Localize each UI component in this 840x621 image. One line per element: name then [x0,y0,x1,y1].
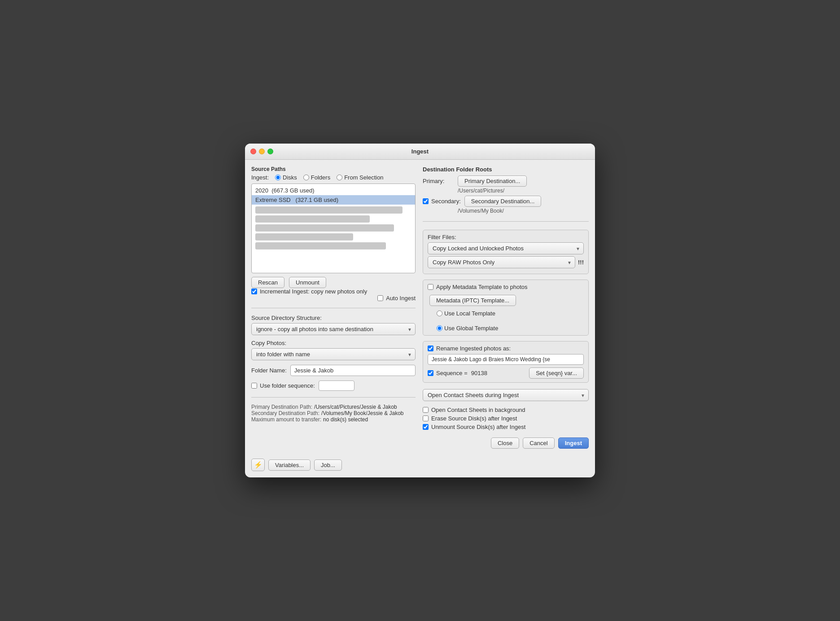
copy-photos-dropdown-container: into folder with name ▼ [251,348,416,360]
variables-button[interactable]: Variables... [268,459,311,471]
filter-dropdown-2-container: Copy RAW Photos Only ▼ [428,256,575,268]
rename-checkbox[interactable] [428,345,433,351]
right-panel: Destination Folder Roots Primary: Primar… [423,166,589,449]
filter-dropdown-row-2: Copy RAW Photos Only ▼ !!! [428,256,584,268]
ingest-window: Ingest Source Paths Ingest: Disks [245,144,595,477]
open-background-checkbox[interactable] [423,407,429,413]
sequence-checkbox-label[interactable]: Sequence = [428,370,468,376]
template-radio-group: Use Local Template Use Global Template [437,310,584,332]
ingest-label: Ingest: [251,174,269,181]
filter-dropdown-1-container: Copy Locked and Unlocked Photos ▼ [428,242,584,254]
source-dir-section: Source Directory Structure: ignore - cop… [251,315,416,335]
radio-global-template[interactable] [437,325,442,331]
contact-sheets-section: Open Contact Sheets during Ingest ▼ [423,389,589,401]
use-folder-sequence-label[interactable]: Use folder sequence: [251,382,315,389]
close-button[interactable]: Close [491,437,519,449]
cancel-button[interactable]: Cancel [523,437,554,449]
destination-roots-label: Destination Folder Roots [423,166,589,173]
radio-local-template[interactable] [437,310,442,316]
filter-dropdown-2[interactable]: Copy RAW Photos Only [428,256,575,268]
disk-bar-3 [255,206,402,214]
metadata-template-button[interactable]: Metadata (IPTC) Template... [429,295,516,306]
radio-disks[interactable] [275,175,281,180]
destination-primary-row: Primary: Primary Destination... /Users/c… [423,175,589,194]
incremental-ingest-row[interactable]: Incremental Ingest: copy new photos only [251,288,416,295]
ingest-button[interactable]: Ingest [558,437,589,449]
global-template-label[interactable]: Use Global Template [437,325,584,332]
primary-dest-label: Primary: [423,178,454,184]
metadata-button-row: Metadata (IPTC) Template... [429,295,584,306]
primary-destination-button[interactable]: Primary Destination... [458,175,527,187]
rescan-button[interactable]: Rescan [251,277,284,288]
folder-sequence-input[interactable] [319,380,354,391]
disk-bar-4 [255,215,370,223]
disk-bar-6 [255,233,353,241]
apply-metadata-checkbox[interactable] [428,284,433,290]
disk-buttons: Rescan Unmount [251,277,416,288]
erase-source-label[interactable]: Erase Source Disk(s) after Ingest [423,415,589,422]
source-dir-dropdown-container: ignore - copy all photos into same desti… [251,323,416,335]
lightning-button[interactable]: ⚡ [251,459,265,471]
use-folder-sequence-checkbox[interactable] [251,383,257,389]
rename-input[interactable] [428,354,584,365]
titlebar: Ingest [245,144,595,160]
contact-sheets-dropdown[interactable]: Open Contact Sheets during Ingest [423,389,589,401]
minimize-button[interactable] [259,149,265,154]
secondary-dest-checkbox-label[interactable]: Secondary: [423,198,461,205]
secondary-dest-checkbox[interactable] [423,198,429,204]
filter-dropdown-row-1: Copy Locked and Unlocked Photos ▼ [428,242,584,254]
filter-dropdown-1[interactable]: Copy Locked and Unlocked Photos [428,242,584,254]
main-content: Source Paths Ingest: Disks Folders [245,160,595,455]
radio-folders-label[interactable]: Folders [303,174,330,181]
divider-1 [251,308,416,308]
folder-name-input[interactable] [290,365,416,376]
unmount-source-label[interactable]: Unmount Source Disk(s) after Ingest [423,424,589,430]
set-seqn-button[interactable]: Set {seqn} var... [529,367,584,379]
disk-bar-7 [255,242,386,249]
unmount-source-checkbox[interactable] [423,424,429,430]
auto-ingest-checkbox[interactable] [377,295,383,301]
radio-disks-label[interactable]: Disks [275,174,297,181]
disk-list[interactable]: 2020 (667.3 GB used) Extreme SSD (327.1 … [251,184,416,273]
incremental-ingest-checkbox[interactable] [251,289,257,294]
unmount-button[interactable]: Unmount [289,277,326,288]
radio-from-selection-label[interactable]: From Selection [337,174,383,181]
radio-from-selection[interactable] [337,175,342,180]
primary-dest-path: /Users/cat/Pictures/ [458,188,589,194]
secondary-dest-row: Secondary: Secondary Destination... [423,196,589,207]
source-paths-section: Source Paths Ingest: Disks Folders [251,166,416,302]
fullscreen-button[interactable] [267,149,273,154]
metadata-section: Apply Metadata Template to photos Metada… [423,280,589,336]
copy-photos-label: Copy Photos: [251,340,416,346]
disk-item-1[interactable]: 2020 (667.3 GB used) [252,186,415,195]
left-panel: Source Paths Ingest: Disks Folders [251,166,416,449]
secondary-path-row: Secondary Destination Path: /Volumes/My … [251,410,416,416]
rename-label[interactable]: Rename Ingested photos as: [428,345,584,352]
auto-ingest-row[interactable]: Auto Ingest [377,295,416,302]
secondary-destination-button[interactable]: Secondary Destination... [464,196,542,207]
open-background-label[interactable]: Open Contact Sheets in background [423,407,589,413]
primary-path-row: Primary Destination Path: /Users/cat/Pic… [251,404,416,410]
close-button[interactable] [250,149,256,154]
erase-source-checkbox[interactable] [423,415,429,421]
primary-dest-row: Primary: Primary Destination... [423,175,589,187]
sequence-checkbox[interactable] [428,370,433,376]
filter-files-label: Filter Files: [428,234,584,241]
traffic-lights [250,149,273,154]
bottom-bar: ⚡ Variables... Job... [245,455,595,477]
local-template-label[interactable]: Use Local Template [437,310,584,317]
sequence-value: 90138 [471,370,487,376]
radio-folders[interactable] [303,175,309,180]
copy-photos-section: Copy Photos: into folder with name ▼ [251,340,416,360]
secondary-dest-path: /Volumes/My Book/ [458,208,589,214]
rename-section: Rename Ingested photos as: Sequence = 90… [423,341,589,383]
source-dir-dropdown[interactable]: ignore - copy all photos into same desti… [251,323,416,335]
divider-3 [423,221,589,222]
disk-item-2[interactable]: Extreme SSD (327.1 GB used) [252,195,415,205]
apply-metadata-label[interactable]: Apply Metadata Template to photos [428,284,584,290]
max-transfer-row: Maximum amount to transfer: no disk(s) s… [251,416,416,423]
job-button[interactable]: Job... [314,459,342,471]
divider-2 [251,397,416,398]
copy-photos-dropdown[interactable]: into folder with name [251,348,416,360]
sequence-row: Sequence = 90138 Set {seqn} var... [428,367,584,379]
